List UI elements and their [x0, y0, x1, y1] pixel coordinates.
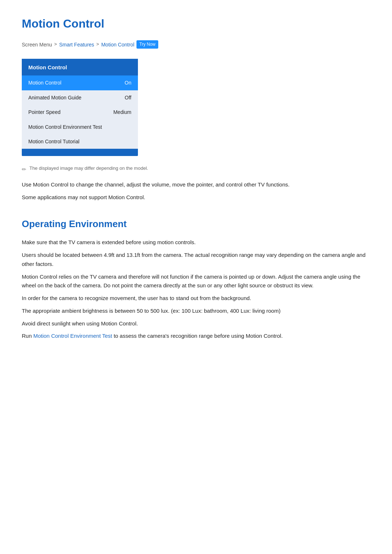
op-env-last-suffix: to assess the camera's recognition range… [112, 333, 283, 339]
menu-item-environment-test[interactable]: Motion Control Environment Test [22, 120, 138, 134]
breadcrumb-smart-features[interactable]: Smart Features [59, 41, 94, 49]
menu-item-motion-control[interactable]: Motion Control On [22, 75, 138, 90]
op-env-paragraph-last: Run Motion Control Environment Test to a… [22, 332, 370, 341]
body-paragraph-1: Use Motion Control to change the channel… [22, 180, 370, 189]
op-env-last-prefix: Run [22, 333, 33, 339]
menu-item-motion-control-label: Motion Control [28, 79, 61, 87]
menu-item-pointer-speed[interactable]: Pointer Speed Medium [22, 105, 138, 119]
page-title: Motion Control [22, 15, 370, 33]
disclaimer: ✏ The displayed image may differ dependi… [22, 165, 370, 174]
pencil-icon: ✏ [22, 165, 26, 174]
menu-item-tutorial-label: Motion Control Tutorial [28, 138, 79, 145]
breadcrumb-screen-menu: Screen Menu [22, 41, 52, 49]
environment-test-link[interactable]: Motion Control Environment Test [33, 333, 112, 339]
breadcrumb: Screen Menu > Smart Features > Motion Co… [22, 40, 370, 49]
op-env-paragraph-4: In order for the camera to recognize mov… [22, 294, 370, 303]
breadcrumb-motion-control[interactable]: Motion Control [101, 41, 134, 49]
op-env-paragraph-3: Motion Control relies on the TV camera a… [22, 272, 370, 291]
op-env-paragraph-2: Users should be located between 4.9ft an… [22, 251, 370, 269]
body-paragraph-2: Some applications may not support Motion… [22, 193, 370, 202]
menu-item-animated-motion-guide[interactable]: Animated Motion Guide Off [22, 90, 138, 105]
menu-item-pointer-value: Medium [113, 108, 131, 116]
op-env-paragraph-6: Avoid direct sunlight when using Motion … [22, 319, 370, 328]
op-env-paragraph-1: Make sure that the TV camera is extended… [22, 238, 370, 247]
disclaimer-text: The displayed image may differ depending… [29, 165, 148, 172]
menu-panel-title: Motion Control [22, 59, 138, 75]
breadcrumb-chevron-1: > [54, 41, 57, 48]
menu-item-pointer-label: Pointer Speed [28, 108, 61, 116]
try-now-button[interactable]: Try Now [136, 40, 158, 49]
op-env-paragraph-5: The appropriate ambient brightness is be… [22, 307, 370, 316]
menu-item-environment-label: Motion Control Environment Test [28, 123, 102, 131]
menu-item-motion-control-value: On [124, 79, 131, 87]
menu-item-tutorial[interactable]: Motion Control Tutorial [22, 134, 138, 149]
breadcrumb-chevron-2: > [96, 41, 99, 48]
motion-control-menu-panel: Motion Control Motion Control On Animate… [22, 59, 138, 156]
menu-item-animated-label: Animated Motion Guide [28, 94, 81, 102]
menu-item-animated-value: Off [125, 94, 131, 102]
operating-environment-title: Operating Environment [22, 217, 370, 232]
